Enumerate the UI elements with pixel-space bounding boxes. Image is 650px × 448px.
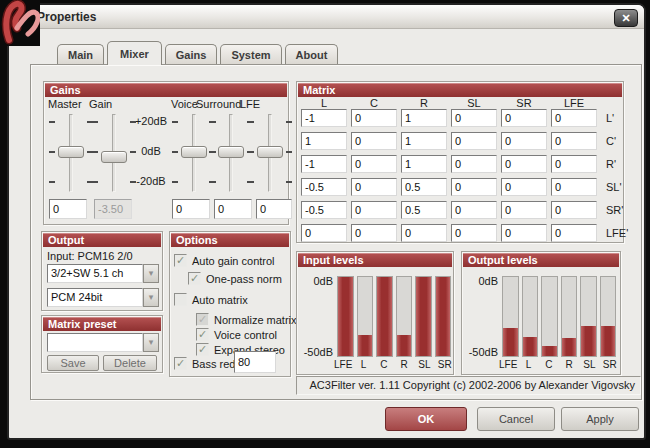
matrix-cell[interactable]: 0 <box>451 132 497 150</box>
matrix-cell[interactable]: 0 <box>351 201 397 219</box>
matrix-cell[interactable]: 1 <box>301 132 347 150</box>
sample-format-select[interactable]: PCM 24bit ▾ <box>47 288 159 307</box>
input-levels-header: Input levels <box>298 253 452 267</box>
close-icon[interactable]: ✕ <box>614 9 638 27</box>
bass-redir-freq-input[interactable]: 80 <box>234 351 276 373</box>
checkbox-bass-redir[interactable] <box>174 357 187 370</box>
gain-slider[interactable] <box>101 106 127 198</box>
surround-gain-slider[interactable] <box>218 106 244 198</box>
matrix-row: 000000 LFE' <box>301 224 627 242</box>
gains-group: Gains Master Gain Voice Surround LFE +20… <box>43 81 289 225</box>
matrix-cell[interactable]: 0 <box>401 224 447 242</box>
option-auto-gain-control[interactable]: Auto gain control <box>174 254 275 267</box>
gain-value: -3.50 <box>94 199 132 219</box>
checkbox-voice-control[interactable] <box>196 328 209 341</box>
meter-bar-c <box>376 276 393 357</box>
option-auto-matrix[interactable]: Auto matrix <box>174 293 248 306</box>
speaker-config-value: 3/2+SW 5.1 ch <box>47 264 143 283</box>
surround-gain-value[interactable]: 0 <box>214 199 252 219</box>
matrix-cell[interactable]: 0 <box>551 132 597 150</box>
matrix-cell[interactable]: 0 <box>501 201 547 219</box>
chevron-down-icon[interactable]: ▾ <box>143 264 159 283</box>
preset-select[interactable]: ▾ <box>47 333 159 352</box>
speaker-config-select[interactable]: 3/2+SW 5.1 ch ▾ <box>47 264 159 283</box>
matrix-cell[interactable]: -0.5 <box>301 201 347 219</box>
slider-thumb[interactable] <box>257 146 283 158</box>
matrix-cell[interactable]: 0 <box>551 178 597 196</box>
master-gain-slider[interactable] <box>58 106 84 198</box>
preset-value <box>47 333 143 352</box>
matrix-cell[interactable]: 0 <box>501 132 547 150</box>
matrix-cell[interactable]: -0.5 <box>301 178 347 196</box>
checkbox-one-pass-norm[interactable] <box>188 272 201 285</box>
matrix-header: Matrix <box>298 83 622 97</box>
cancel-button[interactable]: Cancel <box>477 407 555 431</box>
matrix-cell[interactable]: 0 <box>351 178 397 196</box>
checkbox-normalize-matrix[interactable] <box>196 313 209 326</box>
tab-mixer[interactable]: Mixer <box>107 41 162 65</box>
matrix-cell[interactable]: 0 <box>551 155 597 173</box>
matrix-cell[interactable]: 0 <box>501 155 547 173</box>
tab-gains[interactable]: Gains <box>165 44 218 64</box>
matrix-cell[interactable]: 0.5 <box>401 201 447 219</box>
ok-button[interactable]: OK <box>385 407 467 431</box>
delete-button[interactable]: Delete <box>103 355 157 371</box>
matrix-cell[interactable]: 0 <box>551 201 597 219</box>
master-gain-value[interactable]: 0 <box>49 199 87 219</box>
tab-about[interactable]: About <box>285 44 339 64</box>
matrix-cell[interactable]: 1 <box>401 132 447 150</box>
chevron-down-icon[interactable]: ▾ <box>143 333 159 352</box>
option-normalize-matrix[interactable]: Normalize matrix <box>196 313 297 326</box>
voice-gain-slider[interactable] <box>181 106 207 198</box>
matrix-cell[interactable]: 0 <box>501 224 547 242</box>
matrix-cell[interactable]: -1 <box>301 155 347 173</box>
matrix-cell[interactable]: 0 <box>351 155 397 173</box>
lfe-gain-slider[interactable] <box>257 106 283 198</box>
matrix-cell[interactable]: 0 <box>451 109 497 127</box>
apply-button[interactable]: Apply <box>561 407 639 431</box>
matrix-cell[interactable]: 0 <box>351 224 397 242</box>
tab-system[interactable]: System <box>220 44 281 64</box>
matrix-cell[interactable]: 0 <box>451 178 497 196</box>
matrix-cell[interactable]: 1 <box>401 155 447 173</box>
output-group: Output Input: PCM16 2/0 3/2+SW 5.1 ch ▾ … <box>41 231 163 311</box>
save-button[interactable]: Save <box>47 355 99 371</box>
matrix-row: 101000 C' <box>301 132 627 150</box>
meter-minus50db-label: -50dB <box>462 346 498 358</box>
matrix-row-label: SR' <box>601 201 627 219</box>
tab-main[interactable]: Main <box>57 44 104 64</box>
checkbox-auto-matrix[interactable] <box>174 293 187 306</box>
matrix-cell[interactable]: 0 <box>501 109 547 127</box>
checkbox-expand-stereo[interactable] <box>196 343 209 356</box>
sample-format-value: PCM 24bit <box>47 288 143 307</box>
voice-gain-value[interactable]: 0 <box>172 199 210 219</box>
matrix-cell[interactable]: 0 <box>551 224 597 242</box>
matrix-cell[interactable]: -1 <box>301 109 347 127</box>
slider-thumb[interactable] <box>58 146 84 158</box>
option-voice-control[interactable]: Voice control <box>196 328 277 341</box>
lfe-gain-value[interactable]: 0 <box>256 199 292 219</box>
meter-bar-sl <box>580 276 597 357</box>
output-levels-header: Output levels <box>463 253 619 267</box>
window-title: Properties <box>37 10 96 24</box>
matrix-cell[interactable]: 1 <box>401 109 447 127</box>
slider-thumb[interactable] <box>101 151 127 163</box>
checkbox-auto-gain-control[interactable] <box>174 254 187 267</box>
matrix-cell[interactable]: 0 <box>451 224 497 242</box>
matrix-cell[interactable]: 0 <box>301 224 347 242</box>
slider-thumb[interactable] <box>218 146 244 158</box>
chevron-down-icon[interactable]: ▾ <box>143 288 159 307</box>
matrix-cell[interactable]: 0.5 <box>401 178 447 196</box>
matrix-cell[interactable]: 0 <box>551 109 597 127</box>
matrix-cell[interactable]: 0 <box>351 132 397 150</box>
matrix-cell[interactable]: 0 <box>451 155 497 173</box>
title-bar[interactable]: Properties ✕ <box>9 5 644 29</box>
matrix-cell[interactable]: 0 <box>501 178 547 196</box>
matrix-cell[interactable]: 0 <box>351 109 397 127</box>
meter-bar-l <box>522 276 539 357</box>
matrix-row: -101000 L' <box>301 109 627 127</box>
slider-thumb[interactable] <box>181 146 207 158</box>
ac3filter-logo <box>0 0 40 46</box>
matrix-cell[interactable]: 0 <box>451 201 497 219</box>
option-one-pass-norm[interactable]: One-pass norm <box>188 272 282 285</box>
